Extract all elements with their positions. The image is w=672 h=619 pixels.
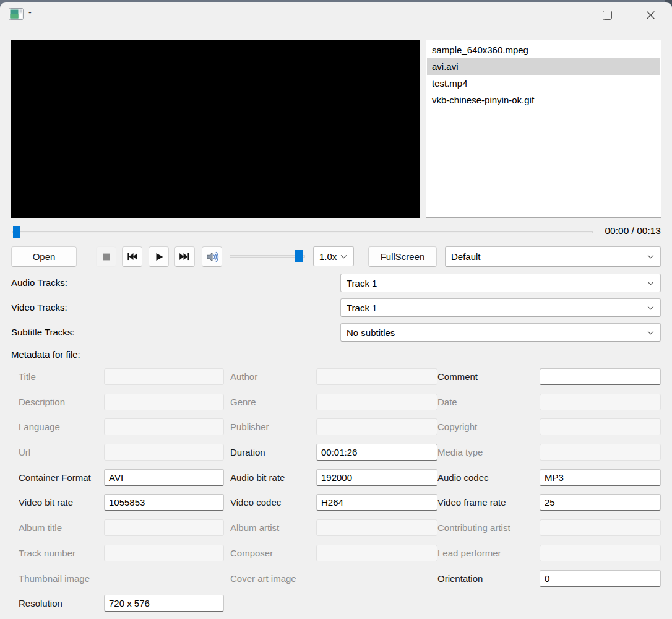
previous-track-button[interactable]	[122, 246, 142, 267]
playback-rate-select[interactable]: 1.0x	[313, 246, 354, 266]
metadata-label: Author	[224, 368, 316, 394]
metadata-field-container-format[interactable]: AVI	[104, 469, 224, 486]
metadata-label: Publisher	[224, 418, 316, 444]
close-button[interactable]	[636, 2, 665, 27]
playlist-item-label: avi.avi	[432, 61, 459, 72]
metadata-label: Media type	[437, 444, 540, 469]
metadata-label: Duration	[224, 444, 316, 469]
metadata-field-description	[104, 394, 224, 410]
metadata-field-genre	[316, 394, 437, 410]
open-button-label: Open	[33, 251, 56, 262]
time-position-label: 00:00 / 00:13	[532, 225, 661, 236]
metadata-field-language	[104, 418, 224, 435]
metadata-value: MP3	[540, 470, 660, 485]
metadata-field-album-artist	[316, 519, 437, 536]
metadata-grid: Title Author Comment Description	[11, 368, 661, 619]
playlist-item[interactable]: test.mp4	[427, 75, 660, 92]
metadata-field-publisher	[316, 418, 437, 435]
previous-track-icon	[126, 251, 138, 262]
chevron-down-icon	[647, 306, 654, 310]
chevron-down-icon	[647, 331, 654, 335]
audio-tracks-label: Audio Tracks:	[11, 274, 67, 292]
metadata-label: Lead performer	[437, 545, 540, 570]
metadata-field-url	[104, 444, 224, 461]
metadata-label: Video bit rate	[11, 494, 104, 519]
fullscreen-button[interactable]: FullScreen	[368, 246, 437, 267]
metadata-field-comment[interactable]	[540, 368, 661, 385]
metadata-label: Language	[11, 418, 104, 444]
metadata-field-video-bit-rate[interactable]: 1055853	[104, 494, 224, 511]
metadata-label: Title	[11, 368, 104, 394]
metadata-value: 1055853	[105, 495, 223, 510]
metadata-label: Video codec	[224, 494, 316, 519]
maximize-button[interactable]	[593, 2, 621, 27]
fullscreen-button-label: FullScreen	[381, 251, 425, 262]
metadata-value: H264	[317, 495, 437, 510]
metadata-label: Comment	[437, 368, 540, 394]
metadata-label: Video frame rate	[437, 494, 540, 519]
metadata-value: 00:01:26	[317, 444, 437, 460]
metadata-label: Album title	[11, 519, 104, 545]
metadata-field-audio-bit-rate[interactable]: 192000	[316, 469, 437, 486]
metadata-heading: Metadata for file:	[11, 349, 80, 360]
metadata-field-audio-codec[interactable]: MP3	[540, 469, 661, 486]
metadata-label: Orientation	[437, 570, 540, 595]
metadata-label: Audio bit rate	[224, 469, 316, 495]
video-display	[11, 40, 420, 218]
metadata-label: Container Format	[11, 469, 104, 495]
metadata-label: Resolution	[11, 595, 104, 619]
subtitle-track-value: No subtitles	[341, 327, 647, 338]
playback-rate-value: 1.0x	[314, 251, 340, 262]
play-button[interactable]	[149, 246, 169, 267]
metadata-field-track-number	[104, 545, 224, 561]
metadata-field-duration[interactable]: 00:01:26	[316, 444, 437, 461]
metadata-field-orientation[interactable]: 0	[540, 570, 661, 587]
metadata-value: 25	[540, 495, 660, 510]
metadata-field-video-frame-rate[interactable]: 25	[540, 494, 661, 511]
metadata-value: 192000	[317, 470, 437, 485]
volume-icon	[205, 250, 219, 264]
open-button[interactable]: Open	[11, 246, 77, 267]
metadata-value: 720 x 576	[105, 595, 223, 611]
chevron-down-icon	[647, 281, 654, 285]
metadata-field-lead-performer	[540, 545, 661, 561]
app-icon	[9, 8, 24, 20]
seek-slider-handle[interactable]	[13, 226, 20, 238]
metadata-field-video-codec[interactable]: H264	[316, 494, 437, 511]
mute-button[interactable]	[202, 246, 222, 267]
metadata-label: Thumbnail image	[11, 570, 104, 595]
playlist-item[interactable]: sample_640x360.mpeg	[427, 41, 660, 58]
metadata-field-resolution[interactable]: 720 x 576	[104, 595, 224, 612]
playlist-item-label: sample_640x360.mpeg	[432, 45, 528, 55]
audio-track-select[interactable]: Track 1	[340, 274, 661, 292]
metadata-value: AVI	[105, 470, 223, 485]
volume-slider[interactable]	[230, 255, 305, 258]
metadata-field-media-type	[540, 444, 661, 461]
metadata-field-copyright	[540, 418, 661, 435]
play-icon	[153, 251, 165, 262]
metadata-label: Composer	[224, 545, 316, 570]
metadata-label: Album artist	[224, 519, 316, 545]
minimize-icon	[559, 15, 569, 15]
subtitle-tracks-label: Subtitle Tracks:	[11, 323, 75, 342]
volume-slider-handle[interactable]	[295, 250, 303, 262]
metadata-label: Date	[437, 394, 540, 419]
seek-slider[interactable]	[12, 231, 593, 233]
minimize-button[interactable]	[549, 2, 578, 27]
playlist-item-label: vkb-chinese-pinyin-ok.gif	[432, 95, 534, 105]
metadata-field-author	[316, 368, 437, 385]
metadata-label: Track number	[11, 545, 104, 570]
chevron-down-icon	[647, 254, 654, 259]
close-icon	[646, 11, 655, 20]
metadata-field-date	[540, 394, 661, 410]
subtitle-track-select[interactable]: No subtitles	[340, 323, 661, 342]
next-track-button[interactable]	[174, 246, 195, 267]
video-track-select[interactable]: Track 1	[340, 298, 661, 317]
playlist-item[interactable]: vkb-chinese-pinyin-ok.gif	[427, 92, 660, 108]
metadata-label: Cover art image	[224, 570, 316, 595]
playlist-item[interactable]: avi.avi	[427, 58, 660, 75]
stop-button	[96, 246, 116, 267]
audio-output-select[interactable]: Default	[445, 246, 661, 267]
metadata-label: Audio codec	[437, 469, 540, 495]
metadata-label: Url	[11, 444, 104, 469]
